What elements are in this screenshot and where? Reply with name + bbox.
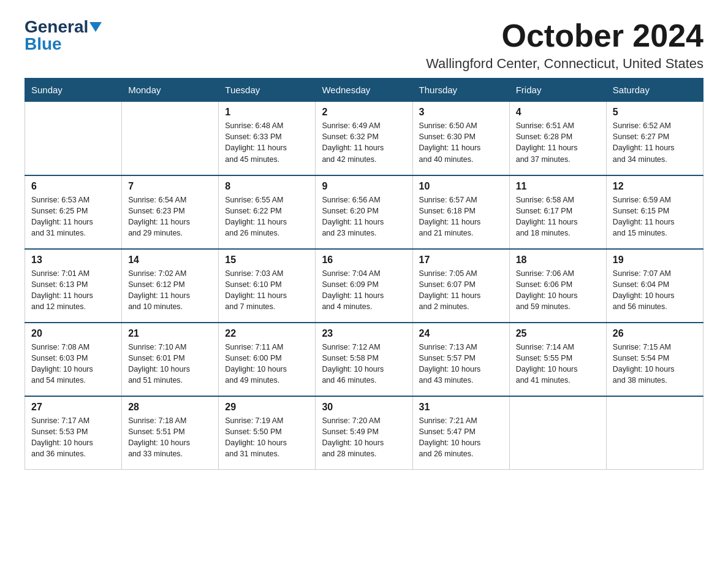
calendar-cell: 18Sunrise: 7:06 AMSunset: 6:06 PMDayligh… — [509, 249, 606, 323]
day-info: Sunrise: 7:20 AMSunset: 5:49 PMDaylight:… — [322, 415, 406, 460]
day-info: Sunrise: 6:54 AMSunset: 6:23 PMDaylight:… — [128, 194, 212, 239]
day-info: Sunrise: 6:55 AMSunset: 6:22 PMDaylight:… — [225, 194, 309, 239]
day-number: 4 — [516, 107, 600, 118]
day-info: Sunrise: 6:58 AMSunset: 6:17 PMDaylight:… — [516, 194, 600, 239]
month-title: October 2024 — [426, 18, 703, 53]
day-number: 31 — [419, 402, 503, 413]
day-info: Sunrise: 7:15 AMSunset: 5:54 PMDaylight:… — [613, 342, 697, 386]
calendar-table: SundayMondayTuesdayWednesdayThursdayFrid… — [25, 78, 703, 470]
days-header-row: SundayMondayTuesdayWednesdayThursdayFrid… — [25, 79, 703, 102]
day-info: Sunrise: 7:06 AMSunset: 6:06 PMDaylight:… — [516, 268, 600, 313]
day-info: Sunrise: 6:51 AMSunset: 6:28 PMDaylight:… — [516, 120, 600, 165]
day-number: 5 — [613, 107, 697, 118]
day-number: 7 — [128, 181, 212, 192]
calendar-cell: 5Sunrise: 6:52 AMSunset: 6:27 PMDaylight… — [606, 102, 703, 175]
day-info: Sunrise: 6:52 AMSunset: 6:27 PMDaylight:… — [613, 120, 697, 165]
calendar-cell — [509, 396, 606, 470]
calendar-cell: 20Sunrise: 7:08 AMSunset: 6:03 PMDayligh… — [25, 323, 122, 396]
calendar-cell: 3Sunrise: 6:50 AMSunset: 6:30 PMDaylight… — [412, 102, 509, 175]
calendar-week-row: 20Sunrise: 7:08 AMSunset: 6:03 PMDayligh… — [25, 323, 703, 396]
title-area: October 2024 Wallingford Center, Connect… — [426, 18, 703, 72]
day-number: 6 — [31, 181, 115, 192]
day-info: Sunrise: 7:07 AMSunset: 6:04 PMDaylight:… — [613, 268, 697, 313]
day-number: 10 — [419, 181, 503, 192]
location-title: Wallingford Center, Connecticut, United … — [426, 56, 703, 72]
calendar-cell: 7Sunrise: 6:54 AMSunset: 6:23 PMDaylight… — [122, 175, 219, 249]
day-number: 21 — [128, 328, 212, 339]
day-number: 2 — [322, 107, 406, 118]
calendar-cell: 10Sunrise: 6:57 AMSunset: 6:18 PMDayligh… — [412, 175, 509, 249]
calendar-cell: 11Sunrise: 6:58 AMSunset: 6:17 PMDayligh… — [509, 175, 606, 249]
calendar-cell — [606, 396, 703, 470]
calendar-cell: 28Sunrise: 7:18 AMSunset: 5:51 PMDayligh… — [122, 396, 219, 470]
day-number: 30 — [322, 402, 406, 413]
day-number: 15 — [225, 255, 309, 266]
day-number: 8 — [225, 181, 309, 192]
calendar-week-row: 13Sunrise: 7:01 AMSunset: 6:13 PMDayligh… — [25, 249, 703, 323]
day-info: Sunrise: 7:12 AMSunset: 5:58 PMDaylight:… — [322, 342, 406, 386]
calendar-cell: 1Sunrise: 6:48 AMSunset: 6:33 PMDaylight… — [219, 102, 316, 175]
calendar-cell: 31Sunrise: 7:21 AMSunset: 5:47 PMDayligh… — [412, 396, 509, 470]
day-info: Sunrise: 7:13 AMSunset: 5:57 PMDaylight:… — [419, 342, 503, 386]
day-info: Sunrise: 7:04 AMSunset: 6:09 PMDaylight:… — [322, 268, 406, 313]
day-info: Sunrise: 7:19 AMSunset: 5:50 PMDaylight:… — [225, 415, 309, 460]
calendar-week-row: 1Sunrise: 6:48 AMSunset: 6:33 PMDaylight… — [25, 102, 703, 175]
calendar-cell: 8Sunrise: 6:55 AMSunset: 6:22 PMDaylight… — [219, 175, 316, 249]
calendar-cell: 21Sunrise: 7:10 AMSunset: 6:01 PMDayligh… — [122, 323, 219, 396]
calendar-cell: 27Sunrise: 7:17 AMSunset: 5:53 PMDayligh… — [25, 396, 122, 470]
calendar-cell: 26Sunrise: 7:15 AMSunset: 5:54 PMDayligh… — [606, 323, 703, 396]
logo-triangle-icon — [89, 22, 102, 32]
day-header-thursday: Thursday — [412, 79, 509, 102]
day-info: Sunrise: 7:21 AMSunset: 5:47 PMDaylight:… — [419, 415, 503, 460]
day-number: 3 — [419, 107, 503, 118]
day-info: Sunrise: 6:53 AMSunset: 6:25 PMDaylight:… — [31, 194, 115, 239]
day-info: Sunrise: 6:59 AMSunset: 6:15 PMDaylight:… — [613, 194, 697, 239]
day-number: 28 — [128, 402, 212, 413]
day-info: Sunrise: 7:10 AMSunset: 6:01 PMDaylight:… — [128, 342, 212, 386]
day-info: Sunrise: 7:14 AMSunset: 5:55 PMDaylight:… — [516, 342, 600, 386]
calendar-cell: 23Sunrise: 7:12 AMSunset: 5:58 PMDayligh… — [316, 323, 412, 396]
calendar-cell: 22Sunrise: 7:11 AMSunset: 6:00 PMDayligh… — [219, 323, 316, 396]
day-header-tuesday: Tuesday — [219, 79, 316, 102]
page-header: General Blue October 2024 Wallingford Ce… — [25, 18, 703, 72]
calendar-cell: 4Sunrise: 6:51 AMSunset: 6:28 PMDaylight… — [509, 102, 606, 175]
day-header-wednesday: Wednesday — [316, 79, 412, 102]
day-info: Sunrise: 7:08 AMSunset: 6:03 PMDaylight:… — [31, 342, 115, 386]
day-info: Sunrise: 6:56 AMSunset: 6:20 PMDaylight:… — [322, 194, 406, 239]
day-number: 1 — [225, 107, 309, 118]
day-number: 22 — [225, 328, 309, 339]
calendar-cell: 17Sunrise: 7:05 AMSunset: 6:07 PMDayligh… — [412, 249, 509, 323]
day-number: 29 — [225, 402, 309, 413]
calendar-cell — [25, 102, 122, 175]
day-number: 20 — [31, 328, 115, 339]
calendar-week-row: 27Sunrise: 7:17 AMSunset: 5:53 PMDayligh… — [25, 396, 703, 470]
day-number: 24 — [419, 328, 503, 339]
calendar-cell: 19Sunrise: 7:07 AMSunset: 6:04 PMDayligh… — [606, 249, 703, 323]
day-number: 19 — [613, 255, 697, 266]
day-number: 17 — [419, 255, 503, 266]
calendar-cell: 14Sunrise: 7:02 AMSunset: 6:12 PMDayligh… — [122, 249, 219, 323]
calendar-cell: 2Sunrise: 6:49 AMSunset: 6:32 PMDaylight… — [316, 102, 412, 175]
calendar-cell: 24Sunrise: 7:13 AMSunset: 5:57 PMDayligh… — [412, 323, 509, 396]
calendar-cell: 9Sunrise: 6:56 AMSunset: 6:20 PMDaylight… — [316, 175, 412, 249]
day-header-monday: Monday — [122, 79, 219, 102]
logo-blue-text: Blue — [25, 34, 62, 53]
day-info: Sunrise: 7:17 AMSunset: 5:53 PMDaylight:… — [31, 415, 115, 460]
day-header-sunday: Sunday — [25, 79, 122, 102]
day-header-saturday: Saturday — [606, 79, 703, 102]
day-info: Sunrise: 6:50 AMSunset: 6:30 PMDaylight:… — [419, 120, 503, 165]
calendar-cell: 25Sunrise: 7:14 AMSunset: 5:55 PMDayligh… — [509, 323, 606, 396]
day-number: 14 — [128, 255, 212, 266]
day-info: Sunrise: 7:02 AMSunset: 6:12 PMDaylight:… — [128, 268, 212, 313]
calendar-cell: 6Sunrise: 6:53 AMSunset: 6:25 PMDaylight… — [25, 175, 122, 249]
day-number: 16 — [322, 255, 406, 266]
day-number: 25 — [516, 328, 600, 339]
calendar-cell: 29Sunrise: 7:19 AMSunset: 5:50 PMDayligh… — [219, 396, 316, 470]
day-info: Sunrise: 7:11 AMSunset: 6:00 PMDaylight:… — [225, 342, 309, 386]
calendar-cell: 30Sunrise: 7:20 AMSunset: 5:49 PMDayligh… — [316, 396, 412, 470]
day-number: 23 — [322, 328, 406, 339]
day-number: 11 — [516, 181, 600, 192]
calendar-cell: 12Sunrise: 6:59 AMSunset: 6:15 PMDayligh… — [606, 175, 703, 249]
day-header-friday: Friday — [509, 79, 606, 102]
calendar-week-row: 6Sunrise: 6:53 AMSunset: 6:25 PMDaylight… — [25, 175, 703, 249]
